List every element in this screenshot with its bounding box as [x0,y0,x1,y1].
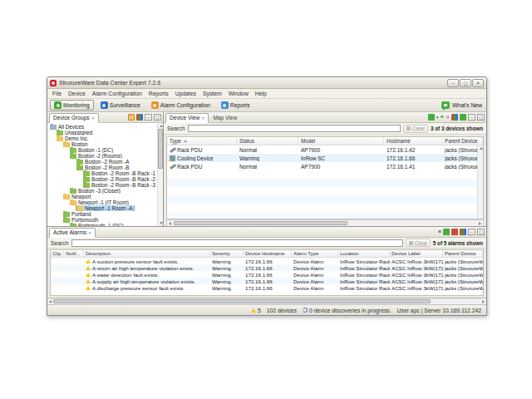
menu-file[interactable]: File [49,91,65,96]
tree-item[interactable]: Boston [47,141,163,147]
column-hostname[interactable]: Hostname [384,137,442,145]
tree-item[interactable]: Boston -2 Room -A [47,159,163,165]
tab-device-groups[interactable]: Device Groups ✕ [49,113,99,123]
close-button[interactable]: ✕ [472,79,484,87]
scroll-right-icon[interactable] [482,300,485,303]
tree-item[interactable]: Demo Inc. [47,135,163,141]
view-menu-icon[interactable] [428,114,435,121]
alarm-hscrollbar[interactable] [47,298,486,305]
tree-item[interactable]: Boston -2 Room -B Rack -3 [47,182,163,188]
tree-item[interactable]: Boston -2 Room -B [47,165,163,170]
alarm-row[interactable]: A return air high temperature violation … [51,264,483,271]
perspective-surveillance[interactable]: Surveillance [96,100,145,111]
column-alarm-type[interactable]: Alarm Type [292,250,338,257]
scroll-thumb[interactable] [174,221,347,225]
titlebar[interactable]: StruxureWare Data Center Expert 7.2.6 ─ … [47,77,486,89]
column-device-label[interactable]: Device Label [390,250,443,257]
menu-alarm-configuration[interactable]: Alarm Configuration [89,91,145,96]
tree-item[interactable]: Portsmouth -1 (DC) [47,223,163,226]
scroll-thumb[interactable] [158,129,163,169]
chart-icon[interactable] [136,114,143,121]
tree-item[interactable]: Newport [47,194,163,200]
column-status[interactable]: Status [237,137,298,145]
tree-item[interactable]: Boston -3 (Closet) [47,188,163,194]
column-notification[interactable]: Notif... [64,250,84,257]
tree-item[interactable]: Portsmouth [47,217,163,223]
perspective-monitoring[interactable]: Monitoring [50,100,94,111]
column-device-hostname[interactable]: Device Hostname [244,250,292,257]
add-group-icon[interactable] [128,114,135,121]
minimize-panel-icon[interactable]: ─ [145,114,152,121]
tree-scrollbar[interactable] [157,123,163,226]
alarm-history-icon[interactable] [451,229,458,235]
tree-item-all-devices[interactable]: All Devices [47,124,163,130]
column-model[interactable]: Model [298,137,384,145]
tree-item[interactable]: Boston -1 (DC) [47,147,163,153]
menu-system[interactable]: System [200,91,225,96]
perspective-alarm-configuration[interactable]: Alarm Configuration [147,100,214,111]
tree-item[interactable]: Unassigned [47,130,163,135]
menu-updates[interactable]: Updates [172,91,200,96]
alarm-search-input[interactable] [71,239,403,247]
dropdown-icon[interactable]: ▾ [436,115,439,120]
device-alarm-icon[interactable] [443,229,450,235]
tab-map-view[interactable]: Map View [209,113,241,123]
alarm-row[interactable]: A supply air high temperature violation … [51,278,483,284]
device-row[interactable]: Cooling Device Warning InRow SC 172.16.1… [167,154,483,162]
minimize-panel-icon[interactable]: ─ [468,114,475,121]
tab-device-view[interactable]: Device View ✕ [165,113,209,123]
column-severity[interactable]: Severity [210,250,244,257]
export-icon[interactable] [460,114,466,121]
remove-device-icon[interactable]: ✕ [446,114,450,121]
column-clip[interactable]: Clip [51,250,64,257]
perspective-reports[interactable]: Reports [217,100,254,111]
menu-reports[interactable]: Reports [145,91,172,96]
menu-device[interactable]: Device [65,91,89,96]
scroll-left-icon[interactable] [169,222,171,225]
column-type[interactable]: Type [167,137,237,145]
tree-item[interactable]: Newport -1 (IT Room) [47,200,163,205]
maximize-panel-icon[interactable]: ▢ [477,114,485,121]
scroll-thumb[interactable] [53,299,431,303]
warning-summary[interactable]: 5 [251,308,261,313]
device-search-input[interactable] [188,125,401,132]
scroll-left-icon[interactable] [49,300,52,303]
tab-active-alarms[interactable]: Active Alarms ✕ [49,228,96,238]
scroll-up-icon[interactable] [480,147,483,150]
column-description[interactable]: Description [84,250,210,257]
maximize-panel-icon[interactable]: ▢ [154,114,161,121]
column-parent-device[interactable]: Parent Device [442,137,483,145]
close-tab-icon[interactable]: ✕ [88,230,91,235]
device-table-hscrollbar[interactable] [166,219,484,226]
clear-search-button[interactable]: Clear [406,239,431,247]
column-location[interactable]: Location [338,250,390,257]
scroll-down-icon[interactable] [160,222,163,224]
menu-help[interactable]: Help [252,91,270,96]
add-device-icon[interactable]: + [440,114,444,121]
whats-new-button[interactable]: What's New [441,101,484,109]
device-row[interactable]: Rack PDU Normal AP7900 172.16.1.42 jacks… [167,145,483,154]
tree-item[interactable]: Portland [47,211,163,217]
collapse-left-icon[interactable]: « [438,229,441,235]
maximize-button[interactable]: ▢ [460,79,471,87]
scroll-right-icon[interactable] [479,222,481,225]
maximize-panel-icon[interactable]: ▢ [477,229,485,235]
tree-item-selected[interactable]: Newport -1 Room -A [47,205,163,211]
close-tab-icon[interactable]: ✕ [201,116,204,121]
chart-icon[interactable] [460,229,466,235]
menu-window[interactable]: Window [225,91,252,96]
chart-icon[interactable] [451,114,458,121]
alarm-row[interactable]: A water detection fault exists. Warning … [51,271,483,278]
clear-search-button[interactable]: Clear [403,125,428,133]
minimize-panel-icon[interactable]: ─ [468,229,475,235]
minimize-button[interactable]: ─ [447,79,459,87]
alarm-row[interactable]: A discharge pressure sensor fault exists… [51,284,483,291]
device-table-scrollbar[interactable] [477,145,483,219]
tree-item[interactable]: Boston -2 Room -B Rack -1 [47,170,163,176]
column-parent-device[interactable]: Parent Device [443,250,483,257]
scroll-up-icon[interactable] [160,125,163,127]
tree-item[interactable]: Boston -2 (Rooms) [47,153,163,159]
close-tab-icon[interactable]: ✕ [91,116,95,121]
device-row[interactable]: Rack PDU Normal AP7900 172.16.1.41 jacks… [167,162,483,170]
tree-item[interactable]: Boston -2 Room -B Rack -2 [47,176,163,182]
